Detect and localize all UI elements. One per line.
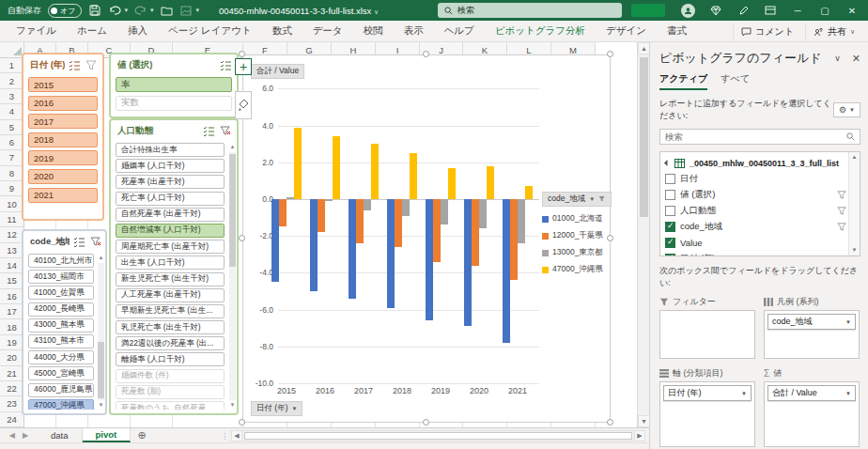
share-button[interactable]: 共有∨	[805, 23, 862, 41]
slicer-scrollbar[interactable]: ▲ ▼	[97, 254, 105, 410]
undo-icon[interactable]	[108, 4, 121, 17]
pane-splitter[interactable]: ⋮	[221, 432, 228, 441]
sheet-tab-pivot[interactable]: pivot	[83, 428, 132, 442]
scroll-down-icon[interactable]: ▼	[849, 245, 860, 255]
row-header-7[interactable]: 7	[0, 150, 24, 165]
field-pill-日付 (年)[interactable]: 日付 (年)▼	[663, 385, 752, 401]
slicer-item[interactable]: 乳児死亡率 (出生千対)	[116, 320, 225, 334]
pane-tab-アクティブ[interactable]: アクティブ	[659, 72, 707, 90]
slicer-item[interactable]: 2021	[28, 188, 98, 203]
field-row-値 (選択)[interactable]: 値 (選択)	[665, 187, 846, 203]
slicer-item[interactable]: 率	[116, 77, 232, 92]
chart-axis-field-button[interactable]: 日付 (年)▼	[251, 401, 302, 416]
slicer-item[interactable]: 2016	[28, 96, 98, 111]
slicer-item[interactable]: 44000_大分県	[28, 350, 94, 364]
new-sheet-button[interactable]: ⊕	[131, 428, 153, 442]
row-header-17[interactable]: 17	[0, 304, 24, 319]
pane-close-icon[interactable]: ✕	[852, 53, 860, 65]
ribbon-tab-ピボットグラフ分析[interactable]: ピボットグラフ分析	[485, 21, 596, 41]
minimize-button[interactable]: ─	[791, 6, 804, 16]
slicer-demographics[interactable]: 人口動態 合計特殊出生率婚姻率 (人口千対)死産率 (出産千対)死亡率 (人口千…	[111, 120, 237, 413]
bar-12000_千葉県-2020[interactable]	[472, 199, 479, 266]
clear-filter-icon[interactable]	[84, 58, 99, 71]
slicer-item[interactable]: 40130_福岡市	[28, 270, 94, 284]
vertical-scrollbar[interactable]: ▲ ▼	[637, 42, 649, 427]
clear-filter-icon[interactable]	[218, 124, 233, 137]
pane-tab-すべて[interactable]: すべて	[721, 72, 750, 90]
slicer-item[interactable]: 人工死産率 (出産千対)	[116, 288, 225, 302]
bar-47000_沖縄県-2015[interactable]	[294, 128, 302, 199]
row-header-8[interactable]: 8	[0, 166, 24, 181]
row-header-9[interactable]: 9	[0, 181, 24, 196]
chevron-down-icon[interactable]: ▼	[845, 391, 851, 396]
sheet-nav-right-icon[interactable]: ▶	[23, 431, 28, 440]
slicer-item[interactable]: 離婚率 (人口千対)	[116, 352, 225, 366]
bar-01000_北海道-2015[interactable]	[271, 199, 279, 282]
row-header-1[interactable]: 1	[0, 58, 24, 73]
filters-area[interactable]: フィルター	[659, 295, 755, 359]
bar-01000_北海道-2019[interactable]	[426, 199, 433, 320]
tools-gear-button[interactable]: ⚙▼	[833, 102, 860, 117]
row-header-12[interactable]: 12	[0, 227, 24, 242]
field-list[interactable]: _00450_mhlw_00450011_3_3_full_list 日付値 (…	[659, 151, 860, 256]
chart-selection-handle[interactable]	[239, 51, 245, 57]
row-header-10[interactable]: 10	[0, 196, 24, 211]
close-button[interactable]: ✕	[845, 6, 859, 16]
slicer-item[interactable]: 2015	[28, 77, 98, 92]
row-header-2[interactable]: 2	[0, 73, 24, 88]
row-header-16[interactable]: 16	[0, 289, 24, 304]
chart-selection-handle[interactable]	[423, 419, 429, 426]
ribbon-tab-ホーム[interactable]: ホーム	[67, 21, 117, 41]
row-header-18[interactable]: 18	[0, 319, 24, 334]
slicer-item[interactable]: 死亡率 (人口千対)	[116, 192, 225, 206]
bar-01000_北海道-2021[interactable]	[503, 199, 510, 343]
picture-icon[interactable]	[179, 4, 193, 17]
slicer-scrollbar[interactable]: ▲ ▼	[228, 143, 237, 410]
ribbon-tab-データ[interactable]: データ	[302, 21, 353, 41]
bar-12000_千葉県-2017[interactable]	[356, 199, 364, 243]
collapse-triangle-icon[interactable]	[664, 160, 671, 166]
row-header-11[interactable]: 11	[0, 212, 24, 227]
avatar[interactable]	[681, 4, 695, 18]
slicer-item[interactable]: 40100_北九州市	[28, 254, 94, 268]
slicer-item[interactable]: 47000_沖縄県	[28, 399, 94, 410]
ribbon-tab-書式[interactable]: 書式	[657, 21, 697, 41]
row-header-24[interactable]: 24	[0, 412, 24, 427]
document-title[interactable]: 00450-mhlw-00450011-3-3-full-list.xlsx ∨	[219, 6, 379, 16]
row-header-19[interactable]: 19	[0, 335, 24, 350]
ribbon-tab-ヘルプ[interactable]: ヘルプ	[434, 21, 485, 41]
slicer-item[interactable]: 満22週以後の死産率 (出...	[116, 336, 225, 350]
slicer-item[interactable]: 死産率 (出産千対)	[116, 175, 225, 189]
scroll-down-icon[interactable]: ▼	[97, 401, 105, 410]
slicer-item[interactable]: 45000_宮崎県	[28, 366, 94, 380]
bar-13000_東京都-2018[interactable]	[402, 199, 410, 216]
bar-12000_千葉県-2015[interactable]	[279, 199, 287, 226]
row-header-22[interactable]: 22	[0, 381, 24, 396]
redo-icon[interactable]	[134, 4, 147, 17]
slicer-item[interactable]: 自然死産率 (出産千対)	[116, 208, 225, 222]
open-folder-icon[interactable]	[160, 4, 173, 17]
ribbon-tab-ページ レイアウト[interactable]: ページ レイアウト	[158, 21, 262, 41]
bar-47000_沖縄県-2020[interactable]	[487, 166, 494, 199]
ribbon-tab-校閲[interactable]: 校閲	[353, 21, 394, 41]
slicer-item[interactable]: 2019	[28, 150, 98, 165]
slicer-item[interactable]: 42000_長崎県	[28, 302, 94, 317]
horizontal-scrollbar[interactable]	[242, 430, 634, 441]
slicer-value-select[interactable]: 値 (選択) 率実数	[111, 54, 237, 116]
slicer-item[interactable]: 死産数 (胎)	[116, 385, 225, 399]
slicer-item[interactable]: 43100_熊本市	[28, 334, 94, 348]
bar-12000_千葉県-2018[interactable]	[395, 199, 402, 247]
slicer-date[interactable]: 日付 (年) 2015201620172018201920202021	[23, 54, 102, 219]
quick-access-caret-icon[interactable]: ▾	[195, 7, 199, 14]
legend-area[interactable]: 凡例 (系列) code_地域▼	[764, 295, 860, 359]
field-filter-icon[interactable]	[837, 191, 846, 199]
field-checkbox[interactable]	[665, 254, 675, 256]
field-row-code_地域[interactable]: code_地域	[665, 219, 846, 235]
scroll-up-icon[interactable]: ▲	[97, 254, 105, 262]
scroll-right-icon[interactable]: ▶	[634, 430, 645, 441]
chart-value-field-button[interactable]: 合計 / Value	[251, 64, 304, 79]
slicer-item[interactable]: 早期新生児死亡率 (出生...	[116, 304, 225, 318]
row-header-5[interactable]: 5	[0, 120, 24, 135]
field-pill-code_地域[interactable]: code_地域▼	[767, 314, 856, 330]
field-pill-合計 / Value[interactable]: 合計 / Value▼	[767, 385, 856, 401]
